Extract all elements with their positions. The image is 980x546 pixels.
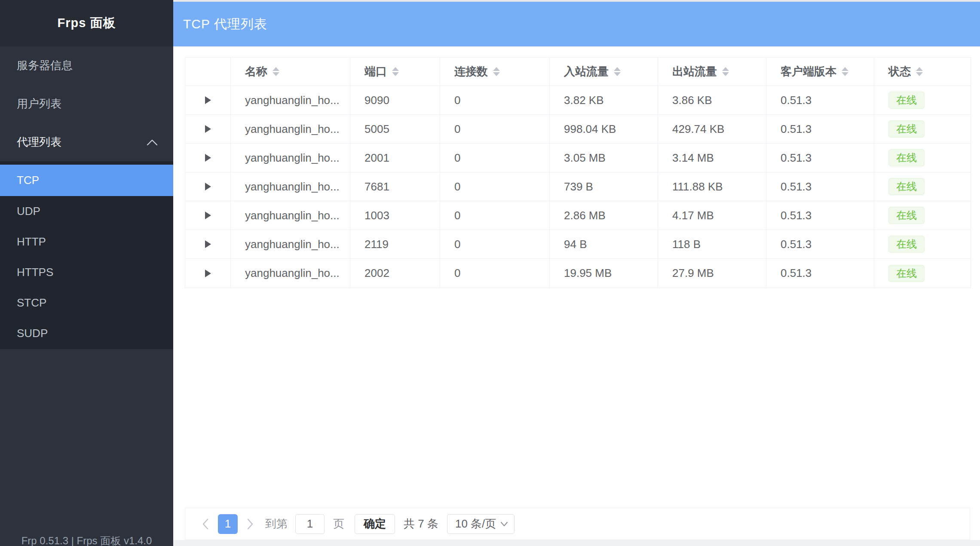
expand-row-icon[interactable]: [205, 125, 211, 133]
sidebar-item-http[interactable]: HTTP: [0, 227, 173, 257]
expand-cell: [185, 230, 231, 258]
cell-connections: 0: [440, 201, 550, 230]
expand-row-icon[interactable]: [205, 183, 211, 190]
table-row: yanghuanglin_ho...100302.86 MB4.17 MB0.5…: [185, 201, 971, 230]
cell-connections: 0: [440, 115, 550, 143]
cell-port: 9090: [350, 86, 440, 114]
sort-carets-icon[interactable]: [392, 67, 399, 76]
cell-client-version: 0.51.3: [766, 115, 874, 143]
page-size-select[interactable]: 10 条/页: [447, 514, 514, 534]
cell-client-version: 0.51.3: [766, 259, 874, 288]
sidebar-header: Frps 面板: [0, 0, 173, 46]
column-label: 端口: [364, 64, 387, 79]
cell-traffic-out: 429.74 KB: [658, 115, 766, 143]
status-badge: 在线: [888, 178, 925, 195]
cell-name: yanghuanglin_ho...: [231, 230, 350, 258]
sidebar-item-tcp[interactable]: TCP: [0, 165, 173, 196]
sidebar-item-label: HTTPS: [17, 266, 53, 279]
cell-connections: 0: [440, 172, 550, 201]
cell-port: 2001: [350, 144, 440, 172]
cell-connections: 0: [440, 144, 550, 172]
cell-traffic-out: 27.9 MB: [658, 259, 766, 288]
sidebar-item-stcp[interactable]: STCP: [0, 288, 173, 318]
cell-traffic-in: 739 B: [550, 172, 658, 201]
status-badge: 在线: [888, 149, 925, 166]
table-row: yanghuanglin_ho...50050998.04 KB429.74 K…: [185, 115, 971, 144]
total-count-label: 共 7 条: [404, 516, 438, 531]
sidebar-item-server-info[interactable]: 服务器信息: [0, 46, 173, 85]
expand-row-icon[interactable]: [205, 212, 211, 219]
cell-port: 7681: [350, 172, 440, 201]
sort-carets-icon[interactable]: [493, 67, 500, 76]
page-header: TCP 代理列表: [173, 2, 980, 46]
expand-row-icon[interactable]: [205, 270, 211, 277]
page-jump-input[interactable]: [295, 514, 325, 534]
sort-carets-icon[interactable]: [916, 67, 923, 76]
chevron-up-icon: [147, 135, 158, 149]
column-header-client-version[interactable]: 客户端版本: [766, 58, 874, 86]
frps-dashboard: Frps 面板 服务器信息 用户列表 代理列表 TCP UDP: [0, 0, 980, 546]
cell-name: yanghuanglin_ho...: [231, 201, 350, 230]
cell-connections: 0: [440, 86, 550, 114]
sidebar-item-proxy-list[interactable]: 代理列表: [0, 123, 173, 161]
status-badge: 在线: [888, 236, 925, 253]
expand-row-icon[interactable]: [205, 96, 211, 104]
cell-name: yanghuanglin_ho...: [231, 86, 350, 114]
cell-traffic-out: 3.14 MB: [658, 144, 766, 172]
sort-carets-icon[interactable]: [722, 67, 729, 76]
column-label: 出站流量: [672, 64, 717, 79]
page-number-button[interactable]: 1: [218, 514, 238, 534]
sidebar-item-label: 用户列表: [17, 96, 61, 111]
sidebar-item-user-list[interactable]: 用户列表: [0, 85, 173, 123]
cell-status: 在线: [874, 259, 971, 288]
sidebar-item-https[interactable]: HTTPS: [0, 257, 173, 288]
pagination-bar: 1 到第 页 确定 共 7 条 10 条/页: [185, 508, 970, 540]
status-badge: 在线: [888, 92, 925, 109]
sort-carets-icon[interactable]: [273, 67, 279, 76]
app-title: Frps 面板: [58, 15, 116, 32]
version-footer: Frp 0.51.3 | Frps 面板 v1.4.0: [0, 534, 173, 546]
sort-carets-icon[interactable]: [842, 67, 848, 76]
column-header-traffic-out[interactable]: 出站流量: [658, 58, 766, 86]
cell-traffic-in: 19.95 MB: [550, 259, 658, 288]
prev-page-button[interactable]: [201, 518, 210, 531]
expand-cell: [185, 144, 231, 172]
page-title: TCP 代理列表: [183, 15, 267, 33]
expand-cell: [185, 172, 231, 201]
sidebar-item-label: 代理列表: [17, 135, 61, 150]
expand-cell: [185, 86, 231, 114]
table-row: yanghuanglin_ho...2002019.95 MB27.9 MB0.…: [185, 259, 971, 288]
chevron-down-icon: [500, 521, 508, 527]
cell-port: 1003: [350, 201, 440, 230]
cell-traffic-out: 4.17 MB: [658, 201, 766, 230]
sidebar-item-label: 服务器信息: [17, 58, 73, 73]
sidebar-item-udp[interactable]: UDP: [0, 196, 173, 227]
cell-connections: 0: [440, 259, 550, 288]
sidebar-item-sudp[interactable]: SUDP: [0, 318, 173, 349]
sort-carets-icon[interactable]: [614, 67, 621, 76]
column-label: 客户端版本: [781, 64, 836, 79]
column-header-status[interactable]: 状态: [874, 58, 971, 86]
column-header-traffic-in[interactable]: 入站流量: [550, 58, 658, 86]
column-label: 连接数: [454, 64, 488, 79]
expand-cell: [185, 115, 231, 143]
expand-row-icon[interactable]: [205, 240, 211, 248]
cell-traffic-in: 3.05 MB: [550, 144, 658, 172]
table-body: yanghuanglin_ho...909003.82 KB3.86 KB0.5…: [185, 86, 971, 288]
next-page-button[interactable]: [245, 518, 255, 531]
column-header-name[interactable]: 名称: [231, 58, 350, 86]
expand-row-icon[interactable]: [205, 154, 211, 162]
cell-port: 2002: [350, 259, 440, 288]
column-header-port[interactable]: 端口: [350, 58, 440, 86]
confirm-button[interactable]: 确定: [355, 514, 395, 534]
sidebar-item-label: SUDP: [17, 327, 48, 340]
column-header-connections[interactable]: 连接数: [440, 58, 550, 86]
status-badge: 在线: [888, 207, 925, 224]
cell-name: yanghuanglin_ho...: [231, 115, 350, 143]
sidebar-item-label: UDP: [17, 205, 40, 218]
cell-traffic-out: 111.88 KB: [658, 172, 766, 201]
table-row: yanghuanglin_ho...76810739 B111.88 KB0.5…: [185, 172, 971, 201]
page-bottom-strip: [173, 540, 980, 546]
cell-connections: 0: [440, 230, 550, 258]
cell-traffic-in: 3.82 KB: [550, 86, 658, 114]
